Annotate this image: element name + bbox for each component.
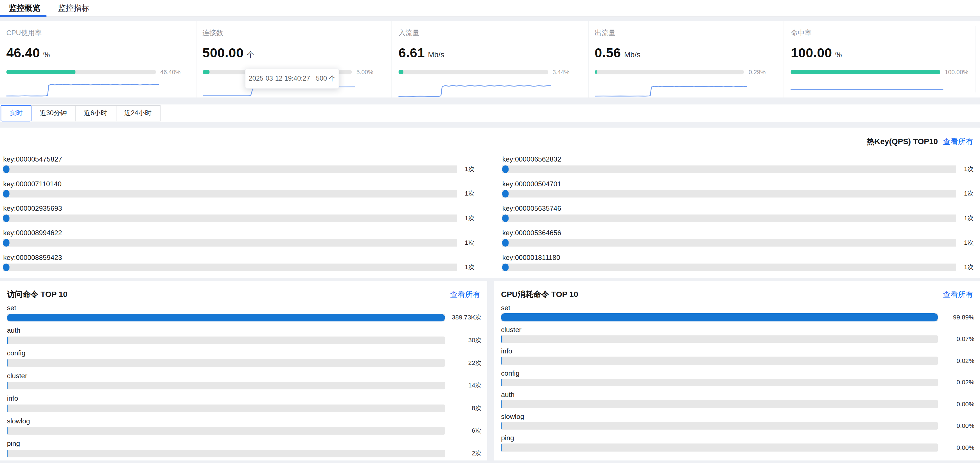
hot-key-name: key:000008994622 [3,229,474,236]
metric-unit: Mb/s [428,50,444,59]
metric-progress-fill [202,70,210,75]
command-bar [501,400,938,408]
tab-monitor-metrics[interactable]: 监控指标 [49,0,99,16]
command-bar [7,336,445,344]
sparkline-chart [399,79,551,98]
command-name: info [501,347,974,355]
metric-progress-fill [791,70,940,75]
command-row: info 0.02% [501,347,974,365]
command-row: auth 30次 [7,327,482,345]
command-row: set 389.73K次 [7,304,482,322]
hot-key-row: key:000008859423 1次 [3,254,474,272]
time-range-24h[interactable]: 近24小时 [116,105,160,121]
command-name: ping [7,440,482,447]
metric-progress-track [6,70,156,75]
chart-tooltip: 2025-03-12 19:40:27 - 500 个 [245,68,339,89]
command-bar-fill [501,443,501,451]
metric-card-inbound-traffic: 入流量 6.61 Mb/s 3.44% [392,21,589,97]
metric-unit: % [835,50,842,59]
hot-key-count: 1次 [459,214,474,222]
hot-key-row: key:000001811180 1次 [503,254,974,272]
hot-key-bar-fill [503,263,509,271]
metric-percent-label: 100.00% [945,68,971,76]
hot-key-bar [503,263,956,271]
cpu-commands-view-all-link[interactable]: 查看所有 [943,289,973,300]
command-name: auth [7,327,482,334]
command-value: 389.73K次 [449,313,481,322]
hot-key-view-all-link[interactable]: 查看所有 [943,136,973,147]
hot-key-row: key:000007110140 1次 [3,180,474,198]
metric-percent-label: 0.29% [749,68,775,76]
tab-monitor-overview[interactable]: 监控概览 [0,0,49,16]
command-value: 2次 [449,449,481,458]
hot-key-panel: 热Key(QPS) TOP10 查看所有 key:000005475827 1次… [0,128,980,278]
metric-percent-label: 3.44% [552,68,579,76]
metric-unit: % [43,50,50,59]
metric-card-cpu-usage: CPU使用率 46.40 % 46.40% [0,21,196,97]
metric-progress-fill [399,70,404,75]
hot-key-bar-fill [503,239,509,247]
command-name: auth [501,390,974,398]
command-row: set 99.89% [501,304,974,321]
hot-key-row: key:000008994622 1次 [3,229,474,247]
hot-key-bar-fill [3,214,9,222]
command-bar [501,335,938,343]
command-bar-fill [7,404,8,412]
access-commands-view-all-link[interactable]: 查看所有 [450,289,480,300]
command-bar [7,427,445,435]
command-bar-fill [501,379,501,386]
cpu-commands-panel: CPU消耗命令 TOP 10 查看所有 set 99.89% cluster 0… [494,281,980,460]
command-name: cluster [501,326,974,333]
command-bar [501,357,938,365]
hot-key-name: key:000002935693 [3,205,474,212]
command-value: 0.02% [942,357,974,364]
metric-unit: 个 [247,50,255,60]
hot-key-row: key:000005475827 1次 [3,155,474,174]
hot-key-count: 1次 [959,263,974,272]
hot-key-count: 1次 [459,238,474,247]
hot-key-count: 1次 [959,214,974,222]
hot-key-count: 1次 [459,165,474,174]
command-name: set [501,304,974,311]
metric-card-outbound-traffic: 出流量 0.56 Mb/s 0.29% [589,21,784,97]
hot-key-bar [3,263,457,271]
metric-progress-track [595,70,744,75]
command-bar-fill [7,336,8,344]
command-value: 0.02% [942,379,974,386]
cpu-commands-list: set 99.89% cluster 0.07% info 0.02% [501,304,974,456]
command-value: 0.07% [942,335,974,342]
access-commands-panel: 访问命令 TOP 10 查看所有 set 389.73K次 auth 30次 c… [0,281,487,460]
metric-progress-track [399,70,548,75]
hot-key-name: key:000006562832 [503,155,974,163]
metric-title: CPU使用率 [6,29,187,38]
hot-key-bar [3,190,457,198]
hot-key-bar [503,190,956,198]
hot-key-count: 1次 [459,263,474,272]
hot-key-bar [503,239,956,247]
command-row: config 22次 [7,349,482,368]
command-bar-fill [501,313,938,321]
time-range-realtime[interactable]: 实时 [0,105,32,121]
hot-key-count: 1次 [959,238,974,247]
hot-key-bar [503,214,956,222]
hot-key-row: key:000000504701 1次 [503,180,974,198]
sparkline-chart [595,79,747,98]
top-tab-bar: 监控概览 监控指标 [0,0,980,17]
command-value: 14次 [449,381,481,390]
sparkline-chart [791,79,943,98]
hot-key-count: 1次 [459,189,474,198]
command-bar-fill [7,427,8,435]
hot-key-grid: key:000005475827 1次 key:000007110140 1次 … [3,155,974,278]
hot-key-row: key:000005635746 1次 [503,205,974,223]
metric-progress-fill [595,70,597,75]
hot-key-count: 1次 [959,189,974,198]
hot-key-bar-fill [3,190,9,198]
time-range-6h[interactable]: 近6小时 [75,105,116,121]
hot-key-bar [503,165,956,173]
time-range-30min[interactable]: 近30分钟 [31,105,76,121]
hot-key-title: 热Key(QPS) TOP10 [867,136,938,147]
command-bar-fill [501,335,502,343]
command-bar [7,359,445,367]
command-bar [501,313,938,321]
command-bar [7,314,445,322]
